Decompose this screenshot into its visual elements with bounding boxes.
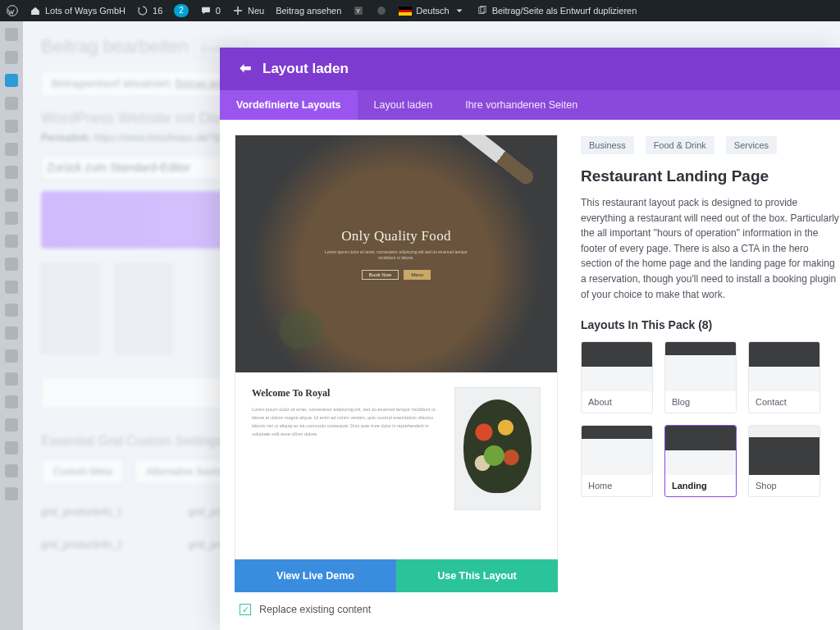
modal-tabs: Vordefinierte Layouts Layout laden Ihre … <box>220 90 840 120</box>
wp-admin-menu[interactable] <box>0 21 23 630</box>
revisions[interactable]: 16 <box>137 5 162 16</box>
wp-admin-bar: Lots of Ways GmbH 16 2 0 Neu Beitrag ans… <box>0 0 840 21</box>
preview-hero-sub: Lorem ipsum dolor sit amet, consectetur … <box>322 249 470 262</box>
svg-point-3 <box>377 7 386 15</box>
view-post[interactable]: Beitrag ansehen <box>276 6 341 16</box>
view-demo-button[interactable]: View Live Demo <box>235 559 396 592</box>
back-arrow-icon[interactable] <box>238 62 253 76</box>
pack-card-contact[interactable]: Contact <box>748 341 820 413</box>
chevron-down-icon <box>454 5 465 16</box>
duplicate-post[interactable]: Beitrag/Seite als Entwurf duplizieren <box>477 5 637 16</box>
replace-label: Replace existing content <box>259 604 371 615</box>
tab-predefined[interactable]: Vordefinierte Layouts <box>220 90 358 120</box>
svg-text:Y: Y <box>356 8 360 14</box>
checkmark-icon: ✓ <box>240 604 251 615</box>
use-layout-button[interactable]: Use This Layout <box>396 559 558 592</box>
category-tags: Business Food & Drink Services <box>581 136 840 154</box>
preview-hero-btn2: Menu <box>404 270 431 280</box>
seo-icon[interactable]: Y <box>353 5 364 16</box>
pack-card-about[interactable]: About <box>581 341 653 413</box>
cache-icon[interactable] <box>376 5 387 16</box>
comments[interactable]: 0 <box>200 5 221 16</box>
site-name: Lots of Ways GmbH <box>45 6 126 16</box>
site-home[interactable]: Lots of Ways GmbH <box>30 5 126 16</box>
pack-heading: Layouts In This Pack (8) <box>581 318 840 331</box>
replace-content-checkbox[interactable]: ✓ Replace existing content <box>235 592 558 619</box>
knife-decoration <box>450 135 536 187</box>
preview-welcome-heading: Welcome To Royal <box>252 387 441 399</box>
herb-decoration <box>249 301 354 358</box>
pack-grid: About Blog Contact Home Landing Shop <box>581 341 840 497</box>
preview-hero-title: Only Quality Food <box>341 228 451 244</box>
wp-logo[interactable] <box>7 5 18 16</box>
language-switcher[interactable]: Deutsch <box>399 5 464 16</box>
layout-modal: Layout laden Vordefinierte Layouts Layou… <box>220 48 840 630</box>
pack-card-blog[interactable]: Blog <box>664 341 737 413</box>
pack-card-shop[interactable]: Shop <box>748 425 820 497</box>
layout-heading: Restaurant Landing Page <box>581 167 840 185</box>
updates-badge: 2 <box>174 4 189 17</box>
tag-services[interactable]: Services <box>726 136 777 154</box>
tab-existing-pages[interactable]: Ihre vorhandenen Seiten <box>449 90 594 120</box>
pack-card-landing[interactable]: Landing <box>664 425 737 497</box>
tag-business[interactable]: Business <box>581 136 634 154</box>
modal-title: Layout laden <box>262 61 349 77</box>
preview-welcome-text: Lorem ipsum dolor sit amet, consectetur … <box>252 406 441 439</box>
preview-vegetables-image <box>454 387 541 510</box>
preview-lower: Welcome To Royal Lorem ipsum dolor sit a… <box>235 372 557 559</box>
preview-hero-btn1: Book Now <box>362 270 399 280</box>
modal-header: Layout laden <box>220 48 840 90</box>
tab-load-layout[interactable]: Layout laden <box>358 90 450 120</box>
new-content[interactable]: Neu <box>232 5 264 16</box>
preview-column: Only Quality Food Lorem ipsum dolor sit … <box>220 120 558 630</box>
tag-food-drink[interactable]: Food & Drink <box>646 136 714 154</box>
updates[interactable]: 2 <box>174 4 189 17</box>
preview-hero: Only Quality Food Lorem ipsum dolor sit … <box>235 135 557 372</box>
layout-preview: Only Quality Food Lorem ipsum dolor sit … <box>235 135 558 559</box>
pack-card-home[interactable]: Home <box>581 425 653 497</box>
flag-de-icon <box>399 7 412 16</box>
layout-description: This restaurant layout pack is designed … <box>581 195 840 302</box>
detail-column: Business Food & Drink Services Restauran… <box>558 120 840 630</box>
